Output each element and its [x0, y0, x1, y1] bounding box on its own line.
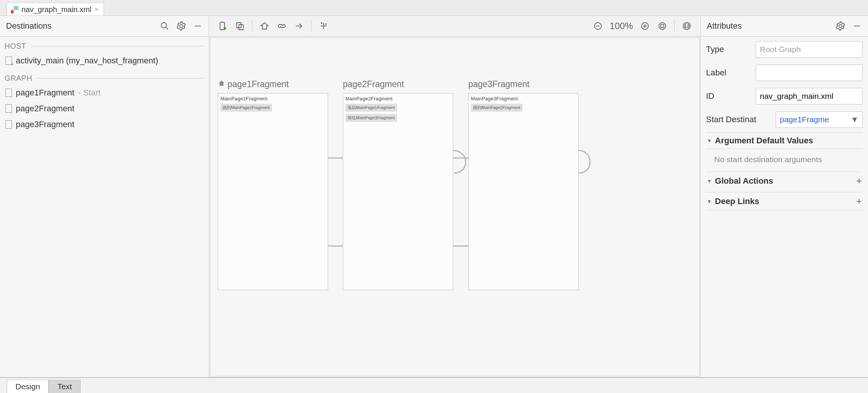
- preview-title: MainPage3Fragment: [471, 96, 576, 101]
- section-deep-links[interactable]: ▼ Deep Links +: [706, 192, 863, 210]
- graph-item-page3[interactable]: page3Fragment: [0, 117, 209, 132]
- svg-point-24: [686, 28, 688, 29]
- chevron-down-icon: ▼: [851, 115, 859, 124]
- attributes-title: Attributes: [707, 21, 742, 31]
- destinations-title: Destinations: [6, 21, 52, 31]
- minimize-icon[interactable]: [193, 21, 203, 31]
- canvas-node-preview: MainPage2Fragment 返回MainPage1Fragment 前往…: [343, 93, 453, 290]
- attributes-panel: Attributes Type Label ID: [700, 16, 868, 377]
- toolbar-separator: [252, 20, 252, 32]
- preview-title: MainPage2Fragment: [345, 96, 451, 101]
- search-icon[interactable]: [160, 21, 170, 31]
- svg-point-20: [659, 23, 666, 29]
- section-header-text: Argument Default Values: [715, 136, 813, 146]
- file-tab-nav-graph[interactable]: nav_graph_main.xml ×: [7, 3, 104, 15]
- gear-icon[interactable]: [176, 21, 186, 31]
- editor-tab-strip: nav_graph_main.xml ×: [0, 0, 868, 16]
- editor-toolbar: 100%: [209, 16, 700, 37]
- zoom-in-icon[interactable]: [637, 18, 653, 34]
- add-icon[interactable]: +: [856, 195, 862, 207]
- triangle-down-icon: ▼: [707, 198, 712, 204]
- editor-pane: 100%: [209, 16, 700, 377]
- canvas-node-title: page3Fragment: [468, 79, 579, 93]
- attr-type-input[interactable]: [756, 41, 863, 58]
- link-icon[interactable]: [274, 18, 289, 34]
- nested-graph-icon[interactable]: [232, 18, 248, 34]
- toolbar-separator: [311, 20, 312, 32]
- host-section-text: HOST: [5, 42, 26, 51]
- attr-label-input[interactable]: [756, 64, 863, 81]
- minimize-icon[interactable]: [852, 21, 862, 31]
- activity-icon: [5, 57, 12, 65]
- preview-chip: 前往MainPage3Fragment: [345, 114, 397, 122]
- canvas-node-page1[interactable]: page1Fragment MainPage1Fragment 跳到MainPa…: [218, 79, 328, 290]
- tab-design[interactable]: Design: [7, 380, 49, 393]
- warnings-icon[interactable]: [679, 18, 694, 34]
- svg-rect-23: [686, 23, 688, 27]
- graph-item-suffix: - Start: [78, 88, 101, 98]
- graph-item-label: page3Fragment: [16, 120, 74, 129]
- attributes-header: Attributes: [701, 16, 868, 37]
- fragment-icon: [5, 120, 12, 129]
- preview-chip: 跳到MainPage2Fragment: [220, 104, 272, 112]
- nav-editor-canvas[interactable]: page1Fragment MainPage1Fragment 跳到MainPa…: [210, 37, 700, 376]
- new-destination-icon[interactable]: [215, 18, 230, 34]
- attr-start-label: Start Destinat: [706, 115, 772, 124]
- home-icon: [218, 80, 225, 89]
- close-icon[interactable]: ×: [95, 6, 99, 14]
- graph-item-page2[interactable]: page2Fragment: [0, 101, 209, 117]
- canvas-node-title: page1Fragment: [218, 79, 328, 93]
- file-tab-label: nav_graph_main.xml: [21, 5, 92, 14]
- graph-section-text: GRAPH: [5, 74, 32, 83]
- zoom-out-icon[interactable]: [590, 18, 605, 34]
- workspace: Destinations HOST activity_main (my_nav_…: [0, 16, 868, 378]
- gear-icon[interactable]: [836, 21, 845, 31]
- graph-item-page1[interactable]: page1Fragment - Start: [0, 85, 209, 101]
- section-global-actions[interactable]: ▼ Global Actions +: [706, 172, 863, 190]
- svg-rect-21: [661, 25, 664, 28]
- attr-id-input[interactable]: [756, 88, 863, 104]
- argument-defaults-hint: No start destination arguments: [706, 151, 863, 169]
- fragment-icon: [5, 89, 12, 97]
- svg-line-1: [166, 27, 168, 29]
- attr-label-label: Label: [706, 68, 752, 78]
- svg-point-0: [161, 23, 167, 28]
- destinations-panel: Destinations HOST activity_main (my_nav_…: [0, 16, 209, 377]
- graph-item-label: page1Fragment: [16, 88, 74, 98]
- zoom-level[interactable]: 100%: [608, 21, 635, 31]
- graph-section-label: GRAPH: [0, 69, 209, 85]
- preview-title: MainPage1Fragment: [220, 96, 326, 101]
- canvas-node-title: page2Fragment: [343, 79, 453, 93]
- attr-type-label: Type: [706, 45, 752, 54]
- canvas-node-page2[interactable]: page2Fragment MainPage2Fragment 返回MainPa…: [343, 79, 453, 290]
- triangle-down-icon: ▼: [707, 178, 712, 184]
- section-divider: [31, 46, 204, 46]
- attr-id-label: ID: [706, 91, 752, 101]
- editor-mode-tabs: Design Text: [0, 378, 868, 393]
- zoom-fit-icon[interactable]: [655, 18, 670, 34]
- host-item-label: activity_main (my_nav_host_fragment): [16, 56, 158, 66]
- canvas-node-preview: MainPage3Fragment 跳到MainPage2Fragment: [468, 93, 579, 290]
- destinations-header: Destinations: [0, 16, 209, 37]
- attr-start-select[interactable]: page1Fragme ▼: [776, 111, 863, 128]
- section-argument-defaults[interactable]: ▼ Argument Default Values: [706, 132, 863, 149]
- auto-arrange-icon[interactable]: [316, 18, 331, 34]
- section-header-text: Deep Links: [715, 196, 759, 206]
- tab-text[interactable]: Text: [49, 380, 81, 393]
- fragment-icon: [5, 104, 12, 113]
- canvas-node-page3[interactable]: page3Fragment MainPage3Fragment 跳到MainPa…: [468, 79, 579, 290]
- toolbar-separator: [674, 20, 675, 32]
- graph-item-label: page2Fragment: [16, 104, 74, 114]
- host-section-label: HOST: [0, 37, 209, 53]
- add-icon[interactable]: +: [856, 175, 862, 187]
- section-header-text: Global Actions: [715, 176, 773, 186]
- triangle-down-icon: ▼: [707, 138, 712, 144]
- action-arrow-icon[interactable]: [292, 18, 307, 34]
- section-divider: [37, 78, 204, 78]
- host-item-activity-main[interactable]: activity_main (my_nav_host_fragment): [0, 53, 209, 69]
- xml-file-icon: [11, 6, 18, 14]
- attr-start-value: page1Fragme: [780, 115, 829, 124]
- home-icon[interactable]: [257, 18, 272, 34]
- preview-chip: 跳到MainPage2Fragment: [471, 104, 523, 112]
- preview-chip: 返回MainPage1Fragment: [345, 104, 397, 112]
